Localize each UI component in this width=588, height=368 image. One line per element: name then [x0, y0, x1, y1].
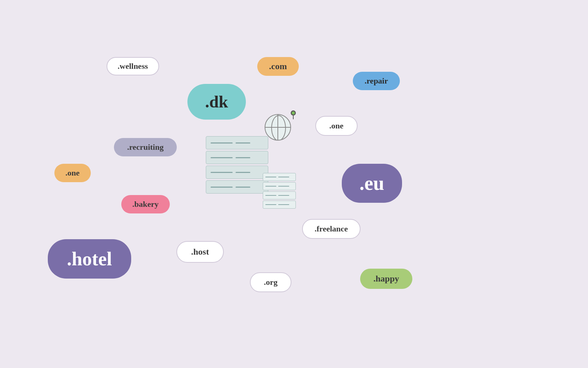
wellness-bubble[interactable]: .wellness: [107, 57, 159, 75]
host-label: .host: [191, 247, 209, 257]
one-orange-bubble[interactable]: .one: [54, 164, 91, 182]
server-unit-1: [206, 136, 268, 149]
server-unit-3: [206, 166, 268, 179]
host-bubble[interactable]: .host: [176, 241, 224, 263]
recruiting-label: .recruiting: [127, 142, 164, 152]
small-server-2: [263, 182, 296, 190]
server-stack-small: [263, 173, 296, 210]
com-label: .com: [269, 61, 287, 71]
bakery-bubble[interactable]: .bakery: [121, 195, 170, 213]
small-server-4: [263, 201, 296, 209]
recruiting-bubble[interactable]: .recruiting: [114, 138, 177, 156]
one-white-label: .one: [329, 121, 344, 131]
wellness-label: .wellness: [118, 61, 148, 71]
com-bubble[interactable]: .com: [257, 57, 299, 76]
server-unit-2: [206, 151, 268, 164]
hotel-label: .hotel: [67, 248, 112, 270]
server-unit-4: [206, 180, 268, 194]
repair-label: .repair: [365, 76, 388, 86]
eu-label: .eu: [359, 172, 384, 195]
eu-bubble[interactable]: .eu: [342, 164, 402, 203]
happy-label: .happy: [373, 274, 399, 284]
small-server-1: [263, 173, 296, 181]
repair-bubble[interactable]: .repair: [353, 72, 400, 90]
hotel-bubble[interactable]: .hotel: [48, 239, 131, 279]
freelance-bubble[interactable]: .freelance: [302, 219, 361, 239]
org-bubble[interactable]: .org: [250, 272, 291, 292]
server-illustration: [206, 125, 301, 210]
server-rack: [206, 136, 268, 195]
dk-bubble[interactable]: .dk: [187, 84, 246, 120]
one-white-bubble[interactable]: .one: [315, 116, 358, 136]
bakery-label: .bakery: [132, 199, 159, 209]
org-label: .org: [264, 277, 277, 287]
dk-label: .dk: [205, 92, 228, 112]
freelance-label: .freelance: [315, 224, 348, 234]
globe-icon: [265, 114, 294, 144]
one-orange-label: .one: [65, 168, 80, 178]
happy-bubble[interactable]: .happy: [360, 269, 412, 289]
small-server-3: [263, 191, 296, 199]
